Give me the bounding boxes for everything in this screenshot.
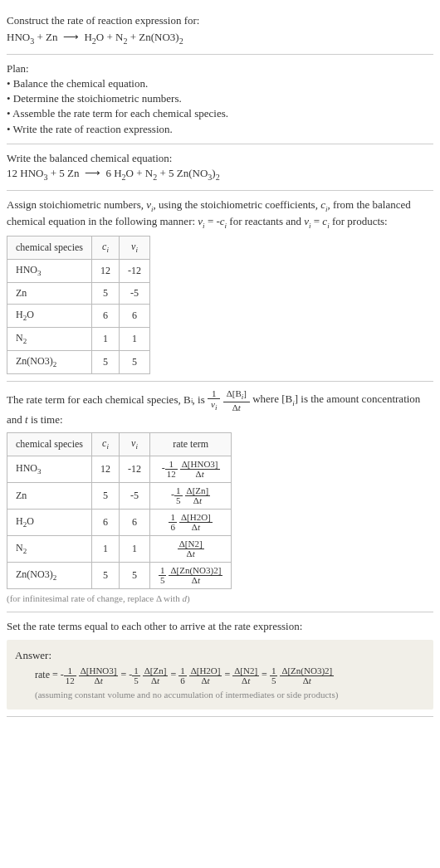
plan-section: Plan: • Balance the chemical equation. •… — [7, 55, 433, 144]
table-row: H2O 6 6 — [7, 304, 150, 327]
final-section: Set the rate terms equal to each other t… — [7, 612, 433, 717]
cell-v: 1 — [119, 327, 149, 350]
cell-v: -5 — [119, 282, 149, 304]
cell-rate: -15 Δ[Zn]Δt — [149, 482, 231, 509]
final-title: Set the rate terms equal to each other t… — [7, 619, 433, 634]
cell-v: -12 — [119, 456, 149, 482]
frac-1-over-v: 1νi — [208, 388, 220, 412]
table-header-row: chemical species ci νi — [7, 236, 150, 259]
frac-coef: 16 — [178, 666, 187, 685]
cell-c: 12 — [91, 456, 119, 482]
table-row: N2 1 1 Δ[N2]Δt — [7, 535, 232, 562]
cell-species: H2O — [7, 304, 92, 327]
col-rate: rate term — [149, 432, 231, 456]
cell-v: -12 — [119, 259, 149, 282]
rate-term-intro: The rate term for each chemical species,… — [7, 388, 433, 427]
cell-v: 6 — [119, 304, 149, 327]
rate-intro-pre: The rate term for each chemical species,… — [7, 393, 208, 405]
frac-delta: Δ[H2O]Δt — [179, 513, 213, 532]
cell-c: 12 — [91, 259, 119, 282]
col-c: ci — [91, 236, 119, 259]
cell-v: 6 — [119, 509, 149, 535]
assumption-note: (assuming constant volume and no accumul… — [15, 689, 425, 701]
table-row: HNO3 12 -12 -112 Δ[HNO3]Δt — [7, 456, 232, 482]
plan-item: • Write the rate of reaction expression. — [7, 122, 433, 137]
cell-rate: 16 Δ[H2O]Δt — [149, 509, 231, 535]
frac-delta: Δ[Zn]Δt — [143, 666, 169, 685]
table-header-row: chemical species ci νi rate term — [7, 432, 232, 456]
construct-title: Construct the rate of reaction expressio… — [7, 13, 433, 28]
col-v: νi — [119, 236, 149, 259]
cell-species: Zn(NO3)2 — [7, 562, 92, 588]
answer-label: Answer: — [15, 648, 425, 663]
table-row: N2 1 1 — [7, 327, 150, 350]
frac-delta: Δ[HNO3]Δt — [180, 460, 220, 479]
frac-coef: 15 — [159, 566, 167, 585]
balanced-title: Write the balanced chemical equation: — [7, 151, 433, 166]
table-row: Zn(NO3)2 5 5 15 Δ[Zn(NO3)2]Δt — [7, 562, 232, 588]
cell-species: N2 — [7, 535, 92, 562]
cell-c: 5 — [91, 562, 119, 588]
stoich-section: Assign stoichiometric numbers, νi, using… — [7, 191, 433, 382]
answer-box: Answer: rate = -112 Δ[HNO3]Δt = -15 Δ[Zn… — [7, 640, 433, 710]
cell-v: -5 — [119, 482, 149, 509]
cell-c: 5 — [91, 282, 119, 304]
balanced-equation: 12 HNO3 + 5 Zn ⟶ 6 H2O + N2 + 5 Zn(NO3)2 — [7, 166, 433, 183]
rate-expression: rate = -112 Δ[HNO3]Δt = -15 Δ[Zn]Δt = 16… — [15, 666, 425, 685]
unbalanced-equation: HNO3 + Zn ⟶ H2O + N2 + Zn(NO3)2 — [7, 30, 433, 47]
frac-delta: Δ[N2]Δt — [232, 666, 259, 685]
col-species: chemical species — [7, 236, 92, 259]
table-row: Zn 5 -5 -15 Δ[Zn]Δt — [7, 482, 232, 509]
rate-term-section: The rate term for each chemical species,… — [7, 382, 433, 613]
frac-coef: 112 — [64, 666, 76, 685]
plan-title: Plan: — [7, 61, 433, 76]
cell-rate: 15 Δ[Zn(NO3)2]Δt — [149, 562, 231, 588]
cell-v: 5 — [119, 350, 149, 373]
table-row: HNO3 12 -12 — [7, 259, 150, 282]
cell-species: Zn(NO3)2 — [7, 350, 92, 373]
cell-species: Zn — [7, 482, 92, 509]
rate-table: chemical species ci νi rate term HNO3 12… — [7, 432, 232, 589]
col-c: ci — [91, 432, 119, 456]
stoich-table: chemical species ci νi HNO3 12 -12 Zn 5 … — [7, 236, 150, 374]
cell-species: N2 — [7, 327, 92, 350]
cell-species: HNO3 — [7, 456, 92, 482]
frac-delta: Δ[Zn(NO3)2]Δt — [169, 566, 222, 585]
frac-delta: Δ[HNO3]Δt — [79, 666, 119, 685]
frac-coef: 16 — [169, 513, 177, 532]
col-species: chemical species — [7, 432, 92, 456]
plan-item: • Assemble the rate term for each chemic… — [7, 106, 433, 121]
cell-c: 5 — [91, 482, 119, 509]
cell-c: 1 — [91, 535, 119, 562]
stoich-intro: Assign stoichiometric numbers, νi, using… — [7, 197, 433, 231]
col-v: νi — [119, 432, 149, 456]
frac-delta: Δ[Zn]Δt — [185, 486, 211, 505]
cell-c: 6 — [91, 509, 119, 535]
cell-v: 5 — [119, 562, 149, 588]
cell-species: H2O — [7, 509, 92, 535]
cell-c: 1 — [91, 327, 119, 350]
frac-delta: Δ[H2O]Δt — [189, 666, 222, 685]
cell-c: 5 — [91, 350, 119, 373]
cell-v: 1 — [119, 535, 149, 562]
plan-item: • Determine the stoichiometric numbers. — [7, 91, 433, 106]
frac-delta: Δ[N2]Δt — [178, 539, 204, 558]
table-row: Zn(NO3)2 5 5 — [7, 350, 150, 373]
rate-prefix: rate = — [35, 669, 61, 680]
cell-rate: -112 Δ[HNO3]Δt — [149, 456, 231, 482]
frac-delta: Δ[Zn(NO3)2]Δt — [280, 666, 334, 685]
infinitesimal-note: (for infinitesimal rate of change, repla… — [7, 592, 433, 605]
frac-coef: 15 — [132, 666, 140, 685]
table-row: H2O 6 6 16 Δ[H2O]Δt — [7, 509, 232, 535]
plan-item: • Balance the chemical equation. — [7, 76, 433, 91]
table-row: Zn 5 -5 — [7, 282, 150, 304]
cell-c: 6 — [91, 304, 119, 327]
balanced-section: Write the balanced chemical equation: 12… — [7, 144, 433, 191]
cell-species: Zn — [7, 282, 92, 304]
cell-species: HNO3 — [7, 259, 92, 282]
cell-rate: Δ[N2]Δt — [149, 535, 231, 562]
frac-coef: 15 — [270, 666, 278, 685]
frac-dB-dt: Δ[Bi]Δt — [223, 388, 250, 412]
frac-coef: 15 — [174, 486, 183, 505]
frac-coef: 112 — [165, 460, 178, 479]
